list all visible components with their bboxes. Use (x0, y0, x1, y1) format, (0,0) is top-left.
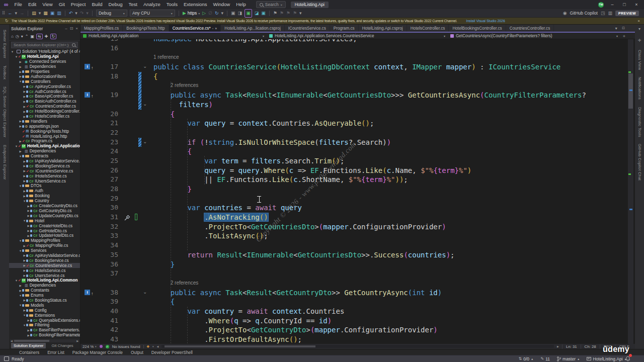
toolbar-icon[interactable]: ▾ (39, 10, 41, 17)
panel-tab-git-changes[interactable]: Git Changes (49, 343, 75, 348)
code-line[interactable]: 21 var query = context.Countries.AsQuery… (80, 119, 635, 128)
tree-item[interactable]: ▶✓C#MappingProfile.cs (9, 243, 80, 248)
expand-icon[interactable]: ▶ (19, 150, 22, 153)
toolbar-icon[interactable]: ▥ (57, 10, 61, 17)
inheritance-margin-icon[interactable]: I (85, 290, 90, 295)
toolbar-icon[interactable]: → (20, 10, 24, 17)
se-toolbar-icon[interactable]: ⌃ (25, 34, 29, 39)
se-toolbar-icon[interactable]: ⌂ (11, 34, 14, 39)
expand-icon[interactable]: ▶ (23, 244, 26, 247)
menu-item-extensions[interactable]: Extensions (181, 0, 210, 9)
panel-tab-developer-powershell[interactable]: Developer PowerShell (151, 350, 193, 355)
fold-chevron-icon[interactable]: ⌄ (143, 100, 147, 109)
toolbar-icon[interactable]: ↷ (80, 10, 84, 17)
toolbar-icon[interactable]: ⚑ (286, 10, 290, 17)
breadcrumb-member[interactable]: GetCountriesAsync(CountryFilterParameter… (448, 34, 635, 38)
toolbar-icon[interactable]: ⚑ (293, 10, 297, 17)
code-line[interactable]: 30 var countries = await query (80, 203, 635, 213)
run-button[interactable]: ▶ https ▾ (183, 10, 200, 17)
expand-icon[interactable]: ▶ (23, 309, 26, 312)
code-line[interactable]: 24 { (80, 147, 635, 156)
tree-item[interactable]: ✓▤HotelListing.Api.http (9, 134, 80, 139)
menu-item-build[interactable]: Build (89, 0, 105, 9)
expand-icon[interactable]: ▶ (23, 85, 26, 88)
menu-item-test[interactable]: Test (126, 0, 140, 9)
tree-item[interactable]: ▶C#IBookingService.cs (9, 163, 80, 168)
scrollbar-thumb[interactable] (628, 73, 633, 109)
toolbar-icon[interactable]: ◨ (238, 10, 243, 17)
tree-item[interactable]: ▶C#IApiKeyValidatorService.cs (9, 159, 80, 164)
menu-item-window[interactable]: Window (210, 0, 233, 9)
tree-item[interactable]: ▼Filtering (9, 323, 80, 328)
tree-item[interactable]: ▶C#CreateCountryDto.cs (9, 204, 80, 209)
tree-item[interactable]: ▼✓C#HotelListing.Api.Application (9, 144, 80, 149)
fold-chevron-icon[interactable]: ⌄ (143, 137, 147, 147)
codelens-references[interactable]: 1 reference (153, 53, 179, 62)
minimize-button[interactable]: – (609, 2, 616, 7)
tree-item[interactable]: ▶C#ApiKeyValidatorService.cs (9, 253, 80, 258)
tree-item[interactable]: ▶C#GetHotelDto.cs (9, 228, 80, 233)
toolbar-icon[interactable]: ▾ (75, 10, 77, 17)
sync-status[interactable]: ⇅ 0/0 ▲ (519, 356, 534, 361)
expand-icon[interactable]: ▶ (23, 174, 26, 177)
tree-item[interactable]: ▼✓C#HotelListing.Api (9, 54, 80, 59)
code-line[interactable]: 27 || EF.Functions.Like(c.ShortName, $"%… (80, 175, 635, 185)
menu-item-project[interactable]: Project (68, 0, 89, 9)
tree-item[interactable]: ▶✓C#Program.cs (9, 139, 80, 144)
search-box[interactable]: Search ▾ (256, 1, 286, 8)
codelens-references[interactable]: 2 references (171, 81, 199, 90)
tree-item[interactable]: ▼✓C#HotelListing.Api.Common (9, 278, 80, 283)
github-copilot-label[interactable]: GitHub Copilot (570, 11, 598, 16)
toolbar-icon[interactable]: ▣ (261, 10, 266, 17)
expand-icon[interactable]: ▶ (19, 284, 22, 287)
tree-item[interactable]: ▶C#ApiKeyController.cs (9, 84, 80, 89)
tree-item[interactable]: ▶C#BookingFilterParameters.cs (9, 333, 80, 338)
expand-icon[interactable]: ▶ (23, 264, 26, 267)
code-line[interactable]: 41 .Where(q => q.CountryId == id) (80, 316, 635, 326)
tree-item[interactable]: ▶C#CreateHotelDto.cs (9, 223, 80, 228)
platform-dropdown[interactable]: Any CPU▾ (130, 10, 175, 17)
toolbar-icon[interactable]: ← (8, 10, 13, 17)
tree-item[interactable]: ▶C#BasicAuthController.cs (9, 99, 80, 104)
tree-item[interactable]: ▶C#HotelsService.cs (9, 268, 80, 273)
toolbar-icon[interactable]: ⚑ (273, 10, 277, 17)
notification-close-icon[interactable]: × (637, 19, 640, 23)
avatar[interactable]: TW (598, 2, 604, 8)
code-line[interactable]: 28 } (80, 185, 635, 194)
code-line[interactable]: 19I↑ public async Task<Result<IEnumerabl… (80, 90, 635, 100)
expand-icon[interactable]: ▶ (23, 164, 26, 167)
code-line[interactable]: 36 } (80, 260, 635, 269)
tree-item[interactable]: ▶C#HotelBookingsController.cs (9, 109, 80, 114)
tree-item[interactable]: ▶Config (9, 308, 80, 313)
tree-item[interactable]: ▼Country (9, 199, 80, 204)
toolbar-icon[interactable]: ⠿ (2, 10, 6, 17)
tree-item[interactable]: ▶C#BookingService.cs (9, 258, 80, 263)
tree-item[interactable]: ▶▥Dependencies (9, 64, 80, 69)
document-tab-hotellistingapicsproj[interactable]: HotelListing.Api.csproj (359, 25, 407, 32)
tree-item[interactable]: ✓▤BookingApiTests.http (9, 129, 80, 134)
code-line[interactable]: 16 (80, 44, 635, 53)
tree-item[interactable]: ▶C#BookingStatus.cs (9, 298, 80, 303)
tree-item[interactable]: ▶{}appsettings.json (9, 124, 80, 129)
document-tab-bookingapitestshttp[interactable]: BookingApiTests.http (123, 25, 169, 32)
toolbar-icon[interactable]: ▤ (32, 10, 36, 17)
toolbar-icon[interactable]: ◪ (255, 10, 259, 17)
tree-item[interactable]: ▶C#IUsersService.cs (9, 178, 80, 184)
menu-item-file[interactable]: File (12, 0, 25, 9)
expand-icon[interactable]: ▶ (23, 269, 26, 272)
document-tab-countriesservicecs[interactable]: CountriesService.cs*◦× (169, 25, 221, 32)
toolbar-icon[interactable]: ↻ (215, 10, 219, 17)
toolbar-icon[interactable]: ▾ (15, 10, 18, 17)
expand-icon[interactable]: ▶ (27, 319, 30, 322)
collapse-icon[interactable]: ▼ (19, 249, 22, 252)
collapse-icon[interactable]: ▼ (15, 55, 18, 58)
panel-tab-solution-explorer[interactable]: Solution Explorer (11, 343, 46, 348)
expand-icon[interactable]: ▶ (23, 195, 26, 198)
code-line[interactable]: 40 var country = await context.Countries (80, 307, 635, 316)
expand-icon[interactable]: ▶ (27, 205, 30, 208)
document-tab-hotelbookingscontrollercs[interactable]: HotelBookingsController.cs (449, 25, 506, 32)
expand-icon[interactable]: ▶ (19, 75, 22, 78)
expand-icon[interactable]: ▶ (19, 140, 22, 143)
collapse-icon[interactable]: ▼ (11, 50, 14, 53)
tree-item[interactable]: ▶C#BaseApiController.cs (9, 94, 80, 99)
